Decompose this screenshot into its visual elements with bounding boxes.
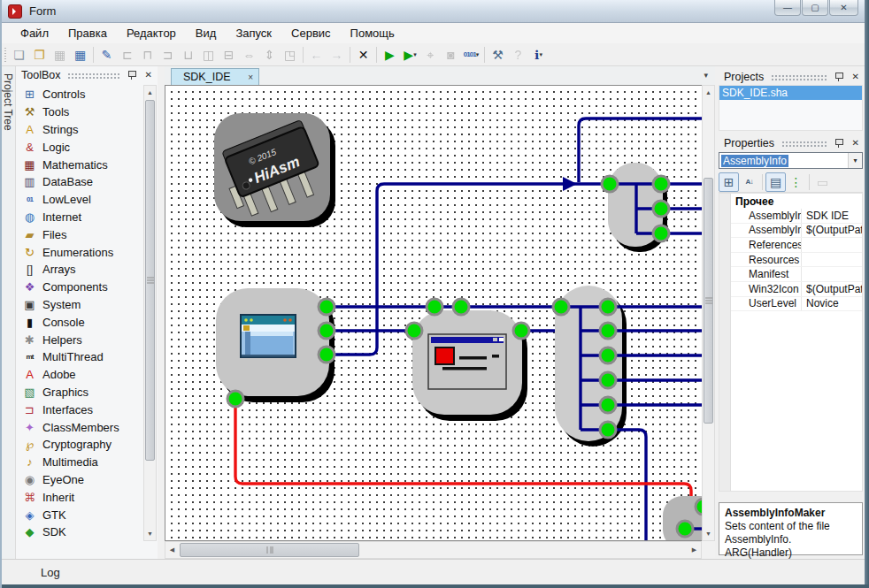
schema-canvas[interactable]: © 2015 HiAsm xyxy=(165,85,702,541)
toolbox-item-logic[interactable]: & Logic xyxy=(16,138,142,156)
toolbox-item-system[interactable]: ▣ System xyxy=(16,296,142,314)
project-item[interactable]: SDK_IDE.sha xyxy=(719,86,862,100)
scroll-left-icon[interactable]: ◀ xyxy=(165,542,179,558)
close-icon[interactable]: ✕ xyxy=(143,70,154,80)
toolbox-item-strings[interactable]: A Strings xyxy=(16,121,142,139)
menu-item[interactable]: Вид xyxy=(186,24,227,42)
port[interactable] xyxy=(227,390,245,409)
port[interactable] xyxy=(426,298,444,317)
sort-alphabetical-icon[interactable]: A↓ xyxy=(739,172,759,192)
toolbox-item-gtk[interactable]: ◈ GTK xyxy=(16,506,142,523)
about-button[interactable]: ℹ▾ xyxy=(528,45,549,65)
tab-sdk-ide[interactable]: SDK_IDE × xyxy=(171,68,259,85)
categorized-icon[interactable]: ⊞ xyxy=(719,172,739,192)
component-selector[interactable]: AssemblyInfo ▾ xyxy=(719,152,863,169)
toolbox-item-classmembers[interactable]: ✦ ClassMembers xyxy=(16,418,142,436)
toolbox-item-lowlevel[interactable]: 01 LowLevel xyxy=(16,191,142,209)
toolbox-item-arrays[interactable]: [] Arrays xyxy=(16,261,142,279)
toolbox-item-sdk[interactable]: ◆ SDK xyxy=(16,523,142,541)
chevron-down-icon[interactable]: ▾ xyxy=(848,153,862,168)
scrollbar-thumb[interactable] xyxy=(180,543,359,557)
category-row[interactable]: ◢ Прочее xyxy=(719,194,862,209)
close-icon[interactable]: ✕ xyxy=(850,72,861,81)
pin-icon[interactable] xyxy=(834,72,843,82)
pin-icon[interactable] xyxy=(127,70,136,80)
properties-view-icon[interactable]: ▤ xyxy=(765,172,786,192)
scroll-up-icon[interactable]: ▲ xyxy=(144,86,156,99)
settings-button[interactable]: ⚒ xyxy=(488,45,508,65)
log-tab[interactable]: Log xyxy=(41,566,60,579)
port[interactable] xyxy=(405,322,424,340)
toolbox-item-enumerations[interactable]: ↻ Enumerations xyxy=(16,243,142,261)
menu-item[interactable]: Сервис xyxy=(281,24,341,42)
property-row[interactable]: Win32Icon $(OutputPath xyxy=(731,282,862,297)
title-bar[interactable]: Form — ▢ ✕ xyxy=(0,0,869,23)
toolbox-item-internet[interactable]: ◍ Internet xyxy=(16,209,142,226)
port[interactable] xyxy=(652,200,671,218)
port[interactable] xyxy=(599,298,618,317)
toolbox-item-tools[interactable]: ⚒ Tools xyxy=(16,103,142,121)
form-editor-button[interactable]: ✎ xyxy=(96,45,117,65)
toolbox-item-inherit[interactable]: ⌘ Inherit xyxy=(16,488,142,506)
toolbox-item-controls[interactable]: ⊞ Controls xyxy=(16,86,142,103)
port[interactable] xyxy=(552,298,571,317)
toolbox-item-helpers[interactable]: ✱ Helpers xyxy=(16,331,142,348)
save-as-button[interactable]: ▦ xyxy=(70,45,90,65)
property-row[interactable]: References xyxy=(731,238,862,253)
project-tree-tab[interactable]: Project Tree xyxy=(2,73,14,131)
scrollbar-thumb[interactable] xyxy=(704,178,713,424)
menu-item[interactable]: Файл xyxy=(11,24,58,42)
canvas-vscrollbar[interactable]: ▲ ▼ xyxy=(702,85,715,541)
toolbox-item-multithread[interactable]: mt MultiThread xyxy=(16,348,142,366)
close-button[interactable]: ✕ xyxy=(829,0,858,16)
port[interactable] xyxy=(318,346,336,364)
window-component[interactable] xyxy=(216,288,329,396)
port[interactable] xyxy=(318,298,336,317)
menu-item[interactable]: Редактор xyxy=(117,24,186,42)
port[interactable] xyxy=(599,371,618,390)
compile-button[interactable]: 0101▾ xyxy=(461,45,481,65)
port[interactable] xyxy=(599,347,618,365)
port[interactable] xyxy=(599,322,618,340)
port[interactable] xyxy=(676,520,695,538)
property-row[interactable]: UserLevel Novice xyxy=(731,297,862,312)
form-component[interactable] xyxy=(412,310,522,415)
toolbox-item-mathematics[interactable]: ▦ Mathematics xyxy=(16,156,142,173)
minimize-button[interactable]: — xyxy=(774,0,801,16)
toolbox-item-adobe[interactable]: A Adobe xyxy=(16,366,142,384)
port[interactable] xyxy=(652,175,671,194)
toolbox-item-database[interactable]: ▥ DataBase xyxy=(16,173,142,191)
open-file-button[interactable]: ❐ xyxy=(29,45,50,65)
port[interactable] xyxy=(599,396,618,415)
port[interactable] xyxy=(318,322,336,340)
pin-icon[interactable] xyxy=(834,138,843,149)
run-button[interactable]: ▶ xyxy=(380,45,400,65)
menu-item[interactable]: Помощь xyxy=(341,24,404,42)
delete-button[interactable]: ✕ xyxy=(353,45,373,65)
scroll-down-icon[interactable]: ▼ xyxy=(703,527,714,540)
toolbox-item-interfaces[interactable]: ⊐ Interfaces xyxy=(16,401,142,418)
toolbox-item-console[interactable]: ▮ Console xyxy=(16,313,142,331)
port[interactable] xyxy=(652,225,671,243)
toolbox-item-graphics[interactable]: ▧ Graphics xyxy=(16,384,142,401)
property-row[interactable]: AssemblyInfoN SDK IDE xyxy=(731,209,862,224)
toolbox-scrollbar[interactable]: ▲ ▼ xyxy=(143,85,157,541)
events-icon[interactable]: ⋮ xyxy=(786,172,806,192)
port[interactable] xyxy=(452,298,471,317)
toolbox-item-multimedia[interactable]: ♪ Multimedia xyxy=(16,454,142,471)
toolbox-item-files[interactable]: ▰ Files xyxy=(16,225,142,243)
close-icon[interactable]: ✕ xyxy=(850,138,861,148)
canvas-hscrollbar[interactable]: ◀ ▶ xyxy=(165,541,702,559)
property-row[interactable]: AssemblyInfoP $(OutputPath xyxy=(731,224,862,239)
property-row[interactable]: Resources xyxy=(731,253,862,268)
new-file-button[interactable]: ❏ xyxy=(9,45,29,65)
port[interactable] xyxy=(512,322,531,340)
hiasm-chip-component[interactable]: © 2015 HiAsm xyxy=(214,113,330,221)
toolbox-item-components[interactable]: ❖ Components xyxy=(16,279,142,296)
maximize-button[interactable]: ▢ xyxy=(802,0,828,16)
menu-item[interactable]: Правка xyxy=(58,24,117,42)
tab-close-icon[interactable]: × xyxy=(248,73,253,82)
toolbox-item-cryptography[interactable]: ℘ Cryptography xyxy=(16,436,142,454)
menu-item[interactable]: Запуск xyxy=(226,24,281,42)
port[interactable] xyxy=(599,421,618,439)
